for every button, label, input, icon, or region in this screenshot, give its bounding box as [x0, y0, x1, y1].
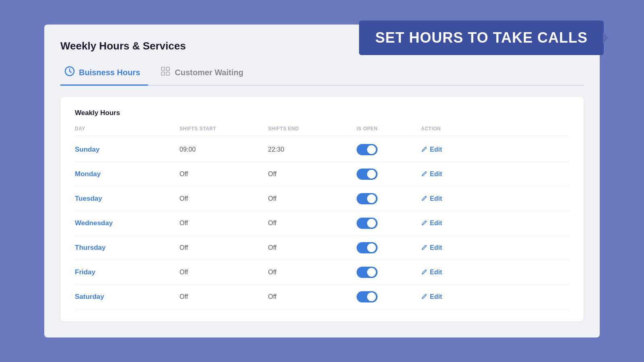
toggle-knob: [367, 268, 376, 277]
table-header: DAY SHIFTS START SHIFTS END IS OPEN ACTI…: [75, 126, 569, 136]
pencil-icon: [421, 220, 427, 227]
svg-rect-5: [161, 72, 165, 75]
clock-icon: [64, 66, 75, 79]
shift-start: Off: [180, 220, 268, 227]
edit-button[interactable]: Edit: [421, 293, 442, 301]
tabs-container: Buisness Hours Customer Waiting: [60, 62, 584, 86]
is-open-toggle[interactable]: [357, 144, 378, 155]
table-row: Sunday 09:00 22:30 Edit: [75, 138, 569, 162]
action-cell: Edit: [421, 146, 493, 154]
banner-title: SET HOURS TO TAKE CALLS: [375, 29, 588, 46]
toggle-wrapper: [357, 242, 421, 253]
is-open-toggle[interactable]: [357, 169, 378, 180]
toggle-knob: [367, 194, 376, 203]
shift-end: Off: [268, 220, 357, 227]
shift-start: Off: [180, 244, 268, 251]
pencil-icon: [421, 171, 427, 178]
action-cell: Edit: [421, 293, 493, 301]
table-row: Tuesday Off Off Edit: [75, 187, 569, 211]
shift-end: Off: [268, 244, 357, 251]
edit-button[interactable]: Edit: [421, 244, 442, 252]
day-name: Wednesday: [75, 219, 180, 227]
action-cell: Edit: [421, 220, 493, 227]
toggle-knob: [367, 219, 376, 228]
toggle-wrapper: [357, 169, 421, 180]
is-open-toggle[interactable]: [357, 267, 378, 278]
col-day: DAY: [75, 126, 180, 132]
shift-end: Off: [268, 195, 357, 202]
edit-label: Edit: [430, 220, 442, 227]
tab-customer-waiting-label: Customer Waiting: [175, 68, 243, 77]
header-banner: SET HOURS TO TAKE CALLS: [359, 21, 604, 55]
col-shifts-end: SHIFTS END: [268, 126, 357, 132]
shift-start: Off: [180, 171, 268, 178]
edit-label: Edit: [430, 269, 442, 276]
action-cell: Edit: [421, 171, 493, 178]
toggle-wrapper: [357, 291, 421, 302]
action-cell: Edit: [421, 269, 493, 276]
shift-end: Off: [268, 171, 357, 178]
is-open-toggle[interactable]: [357, 218, 378, 229]
svg-rect-3: [161, 67, 165, 70]
main-card: SET HOURS TO TAKE CALLS Weekly Hours & S…: [44, 25, 600, 337]
edit-button[interactable]: Edit: [421, 269, 442, 276]
pencil-icon: [421, 244, 427, 252]
content-card: Weakly Hours DAY SHIFTS START SHIFTS END…: [60, 97, 584, 321]
table-row: Wednesday Off Off Edit: [75, 211, 569, 236]
edit-label: Edit: [430, 293, 442, 300]
edit-label: Edit: [430, 171, 442, 178]
edit-button[interactable]: Edit: [421, 220, 442, 227]
col-shifts-start: SHIFTS START: [180, 126, 268, 132]
is-open-toggle[interactable]: [357, 242, 378, 253]
table-row: Thursday Off Off Edit: [75, 236, 569, 260]
toggle-wrapper: [357, 193, 421, 204]
pencil-icon: [421, 146, 427, 154]
edit-label: Edit: [430, 146, 442, 153]
tab-customer-waiting[interactable]: Customer Waiting: [156, 62, 251, 86]
toggle-knob: [367, 243, 376, 252]
day-name: Thursday: [75, 244, 180, 252]
pencil-icon: [421, 195, 427, 203]
shift-start: 09:00: [180, 146, 268, 153]
edit-label: Edit: [430, 195, 442, 202]
edit-button[interactable]: Edit: [421, 146, 442, 154]
tab-business-hours-label: Buisness Hours: [79, 68, 140, 77]
shift-end: Off: [268, 293, 357, 300]
toggle-wrapper: [357, 218, 421, 229]
table-row: Monday Off Off Edit: [75, 162, 569, 187]
shift-start: Off: [180, 269, 268, 276]
shift-end: 22:30: [268, 146, 357, 153]
pencil-icon: [421, 269, 427, 276]
tab-business-hours[interactable]: Buisness Hours: [60, 62, 148, 86]
svg-rect-4: [166, 67, 169, 70]
edit-button[interactable]: Edit: [421, 195, 442, 203]
day-name: Saturday: [75, 293, 180, 301]
section-title: Weakly Hours: [75, 109, 569, 117]
table-body: Sunday 09:00 22:30 Edit Monday Off Off: [75, 138, 569, 309]
col-action: ACTION: [421, 126, 493, 132]
day-name: Sunday: [75, 146, 180, 154]
toggle-wrapper: [357, 267, 421, 278]
outer-wrapper: SET HOURS TO TAKE CALLS Weekly Hours & S…: [16, 16, 628, 346]
is-open-toggle[interactable]: [357, 193, 378, 204]
table-row: Saturday Off Off Edit: [75, 285, 569, 309]
toggle-knob: [367, 145, 376, 154]
col-is-open: IS OPEN: [357, 126, 421, 132]
shift-end: Off: [268, 269, 357, 276]
pencil-icon: [421, 293, 427, 301]
day-name: Monday: [75, 170, 180, 178]
action-cell: Edit: [421, 195, 493, 203]
toggle-knob: [367, 170, 376, 179]
svg-rect-6: [166, 72, 169, 75]
banner-arrow: [603, 32, 609, 43]
toggle-knob: [367, 292, 376, 301]
day-name: Friday: [75, 268, 180, 276]
shift-start: Off: [180, 195, 268, 202]
shift-start: Off: [180, 293, 268, 300]
grid-icon: [160, 66, 171, 79]
is-open-toggle[interactable]: [357, 291, 378, 302]
day-name: Tuesday: [75, 195, 180, 203]
edit-button[interactable]: Edit: [421, 171, 442, 178]
toggle-wrapper: [357, 144, 421, 155]
table-row: Friday Off Off Edit: [75, 260, 569, 285]
